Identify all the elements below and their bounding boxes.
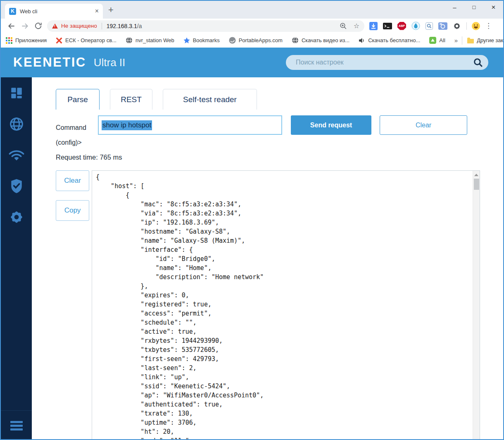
drop-extension-icon[interactable] (411, 22, 420, 30)
sidebar-item-internet[interactable] (1, 108, 32, 139)
browser-toolbar: Не защищено 192.168.3.1 /a ☆ ABP ⋮ (1, 19, 503, 33)
sidebar-menu-toggle[interactable] (1, 410, 32, 440)
request-time-label: Request time: 765 ms (56, 153, 122, 161)
security-warning-label[interactable]: Не защищено (61, 23, 97, 29)
url-host[interactable]: 192.168.3.1 (107, 23, 137, 29)
gear-extension-icon[interactable] (453, 22, 461, 30)
back-button[interactable] (5, 22, 18, 30)
reload-button[interactable] (31, 22, 45, 30)
other-bookmarks[interactable]: Другие закладки (467, 37, 504, 43)
search-placeholder: Поиск настроек (296, 59, 473, 66)
dashboard-icon (10, 86, 24, 100)
reload-icon (34, 22, 42, 30)
shield-check-icon (10, 178, 24, 194)
search-box-extension-icon[interactable] (426, 22, 433, 30)
url-path[interactable]: /a (137, 23, 142, 29)
gear-icon (9, 210, 24, 225)
star-icon (183, 37, 190, 44)
bookmark-bookmarks[interactable]: Bookmarks (183, 37, 220, 44)
sidebar-item-dashboard[interactable] (1, 77, 32, 108)
response-output-panel: { "host": [ { "mac": "8c:f5:a3:e2:a3:34"… (92, 170, 480, 440)
camera-extension-icon[interactable] (438, 22, 447, 30)
browser-menu-icon[interactable]: ⋮ (485, 22, 492, 30)
minimize-button[interactable]: – (445, 1, 464, 14)
back-arrow-icon (7, 22, 16, 30)
bookmark-download-video[interactable]: Скачать видео из... (292, 37, 349, 44)
feedly-icon (429, 37, 436, 44)
bookmark-download-free[interactable]: Скачать бесплатно... (359, 37, 420, 44)
clear-command-button[interactable]: Clear (380, 115, 467, 135)
eck-icon (56, 37, 62, 44)
folder-icon (467, 39, 474, 43)
window-controls: – □ × (445, 1, 503, 14)
globe-icon (9, 116, 24, 132)
tab-title: Web cli (20, 8, 95, 14)
app-sidebar (1, 77, 32, 440)
send-request-button[interactable]: Send request (291, 115, 371, 135)
new-tab-button[interactable]: + (108, 5, 114, 15)
address-bar[interactable]: Не защищено 192.168.3.1 /a ☆ (47, 20, 364, 32)
app-header: KEENETIC Ultra II Поиск настроек (1, 48, 503, 77)
scrollbar-thumb[interactable] (474, 179, 479, 190)
response-json-text[interactable]: { "host": [ { "mac": "8c:f5:a3:e2:a3:34"… (92, 171, 480, 440)
hamburger-menu-icon (10, 421, 23, 430)
sidebar-item-wifi[interactable] (1, 139, 32, 170)
forward-arrow-icon (21, 22, 29, 30)
globe-icon (126, 37, 133, 44)
keenetic-favicon-icon: K (9, 8, 16, 15)
adblock-plus-icon[interactable]: ABP (397, 22, 406, 30)
browser-window: K Web cli × + – □ × Не защищено 192.168.… (0, 0, 504, 440)
browser-titlebar: K Web cli × + – □ × (1, 1, 503, 19)
settings-search-input[interactable]: Поиск настроек (286, 55, 488, 70)
tab-self-test-reader[interactable]: Self-test reader (163, 89, 257, 110)
command-label: Command (config)> (56, 120, 86, 150)
search-icon[interactable] (473, 57, 483, 68)
webcli-content: Parse REST Self-test reader Command (con… (32, 77, 503, 440)
bookmark-portableapps[interactable]: PortableApps.com (229, 37, 283, 44)
apps-grid-icon (6, 37, 12, 44)
zoom-page-icon[interactable] (340, 22, 347, 30)
bookmarks-overflow-icon[interactable]: » (454, 37, 458, 44)
browser-tab[interactable]: K Web cli × (5, 4, 103, 19)
tab-rest[interactable]: REST (110, 89, 152, 110)
bookmarks-divider (462, 36, 462, 45)
maximize-button[interactable]: □ (464, 1, 484, 14)
speaker-icon (359, 37, 365, 44)
wifi-icon (8, 148, 25, 162)
scrollbar-up-arrow-icon[interactable] (474, 174, 478, 176)
sidebar-item-security[interactable] (1, 170, 32, 201)
output-scrollbar[interactable] (473, 171, 480, 440)
extension-icons: ABP (369, 22, 461, 30)
globe-icon (292, 37, 299, 44)
sidebar-item-settings[interactable] (1, 201, 32, 232)
tab-close-icon[interactable]: × (95, 8, 99, 14)
tab-parse[interactable]: Parse (56, 89, 100, 110)
brand-logo: KEENETIC (13, 55, 86, 70)
download-extension-icon[interactable] (369, 22, 378, 30)
toolbar-divider (466, 22, 467, 30)
terminal-extension-icon[interactable] (383, 23, 392, 29)
bookmark-star-icon[interactable]: ☆ (354, 22, 359, 30)
device-model: Ultra II (94, 56, 126, 69)
portableapps-icon (229, 37, 236, 44)
bookmark-apps[interactable]: Приложения (6, 37, 47, 44)
output-clear-button[interactable]: Clear (56, 170, 89, 191)
output-copy-button[interactable]: Copy (56, 200, 89, 221)
command-input-selected-text: show ip hotspot (102, 120, 152, 130)
security-warning-icon[interactable] (52, 24, 58, 29)
command-input[interactable]: show ip hotspot (98, 115, 282, 135)
close-button[interactable]: × (484, 1, 503, 14)
emoji-extension-icon[interactable] (472, 22, 480, 30)
webcli-tabs: Parse REST Self-test reader (56, 89, 257, 110)
bookmark-nvr-station[interactable]: nvr_station Web (126, 37, 174, 44)
bookmark-all[interactable]: All (429, 37, 445, 44)
bookmarks-bar: Приложения ЕСК - Оператор св... nvr_stat… (1, 33, 503, 48)
address-divider (102, 23, 102, 29)
forward-button[interactable] (18, 22, 31, 30)
bookmark-eck[interactable]: ЕСК - Оператор св... (56, 37, 116, 44)
